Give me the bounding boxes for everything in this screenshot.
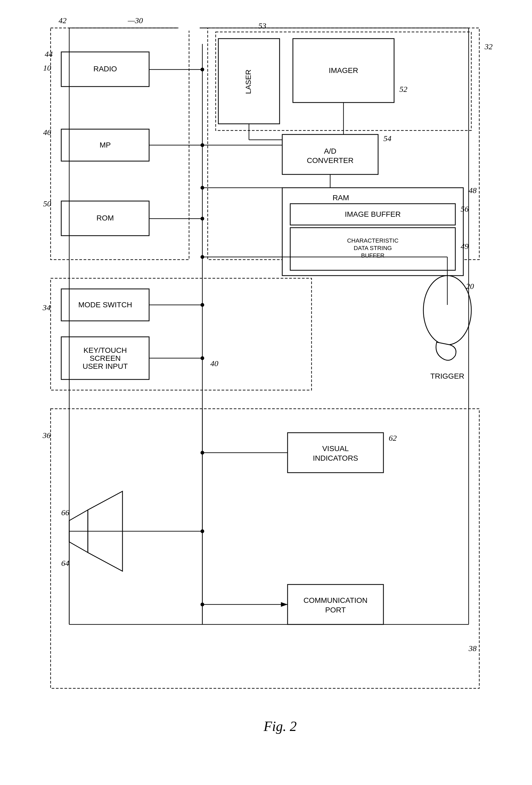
junction-mode (201, 303, 204, 307)
trigger-label: TRIGGER (430, 372, 464, 380)
ref-20: 20 (466, 282, 474, 290)
ref-44: 44 (45, 50, 53, 58)
mode-switch-label: MODE SWITCH (78, 301, 132, 309)
imager-label: IMAGER (329, 66, 358, 75)
ref-34: 34 (42, 303, 51, 312)
key-touch-label1: KEY/TOUCH (84, 346, 127, 354)
key-touch-label3: USER INPUT (82, 362, 128, 371)
ref-32: 32 (484, 42, 492, 51)
char-data-label3: BUFFER (361, 252, 384, 259)
comm-port-label1: COMMUNICATION (304, 596, 368, 605)
ref-54: 54 (383, 134, 391, 143)
key-touch-label2: SCREEN (90, 354, 121, 362)
diagram-container: .box-text { font-family: 'Arial', sans-s… (27, 11, 501, 756)
visual-indicators-label2: INDICATORS (313, 454, 358, 462)
image-buffer-label: IMAGE BUFFER (345, 210, 401, 218)
ref-48: 48 (468, 186, 477, 195)
junction-radio (201, 68, 204, 71)
laser-label: LASER (244, 70, 252, 94)
connector-cover (178, 25, 200, 31)
figure-caption: Fig. 2 (263, 719, 297, 734)
comm-port-label2: PORT (325, 606, 346, 614)
junction-speaker (201, 529, 204, 533)
junction-mp (201, 143, 204, 147)
rom-label: ROM (96, 214, 114, 222)
ref-30: —30 (128, 16, 143, 25)
ref-64: 64 (61, 559, 69, 567)
ref-52: 52 (399, 85, 407, 94)
ref-36: 36 (42, 431, 51, 440)
radio-label: RADIO (94, 65, 117, 73)
junction-900 (201, 255, 204, 259)
junction-rom (201, 217, 204, 221)
ref-50: 50 (43, 199, 51, 208)
char-data-label1: CHARACTERISTIC (347, 237, 398, 244)
ad-label-line2: CONVERTER (307, 156, 353, 164)
ref-53: 53 (258, 21, 266, 30)
ref-40: 40 (210, 359, 218, 368)
ref-49: 49 (461, 242, 468, 251)
mp-label: MP (100, 141, 111, 149)
ram-label: RAM (333, 194, 349, 202)
trigger-tail (436, 342, 456, 360)
junction-key (201, 356, 204, 360)
ref-10: 10 (43, 64, 51, 72)
ad-label-line1: A/D (324, 147, 336, 155)
junction-visual (201, 451, 204, 455)
char-data-label2: DATA STRING (354, 245, 392, 251)
visual-indicators-label1: VISUAL (322, 445, 349, 453)
ref-46: 46 (43, 128, 51, 136)
ref-42: 42 (58, 16, 67, 25)
junction-ram (201, 186, 204, 189)
ref-38: 38 (468, 644, 477, 653)
junction-comm (201, 603, 204, 606)
ref-56: 56 (461, 204, 468, 213)
ref-62: 62 (389, 433, 397, 442)
ref-66: 66 (61, 508, 69, 517)
